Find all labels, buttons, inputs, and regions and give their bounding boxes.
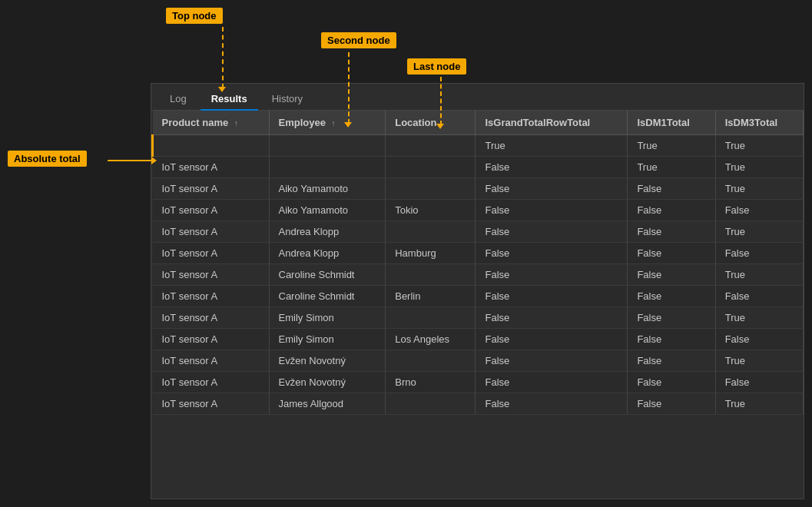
col-isdm1total[interactable]: IsDM1Total: [628, 111, 715, 135]
table-row: IoT sensor AAndrea KloppFalseFalseTrue: [153, 221, 804, 243]
table-container: Product name ↑ Employee ↑ Location IsGra…: [151, 111, 804, 498]
absolute-total-label: Absolute total: [8, 151, 87, 167]
sort-icon-employee: ↑: [332, 119, 336, 128]
table-row: IoT sensor AEmily SimonLos AngelesFalseF…: [153, 329, 804, 350]
col-employee[interactable]: Employee ↑: [269, 111, 386, 135]
table-row: IoT sensor AAiko YamamotoTokioFalseFalse…: [153, 200, 804, 221]
table-row: IoT sensor AEvžen NovotnýFalseFalseTrue: [153, 350, 804, 372]
col-isgrandtotal[interactable]: IsGrandTotalRowTotal: [476, 111, 628, 135]
col-location[interactable]: Location: [386, 111, 476, 135]
tab-history[interactable]: History: [261, 88, 313, 111]
absolute-total-arrow: [108, 160, 152, 161]
table-row: IoT sensor AEvžen NovotnýBrnoFalseFalseF…: [153, 372, 804, 393]
col-isdm3total[interactable]: IsDM3Total: [715, 111, 803, 135]
table-row: IoT sensor AAiko YamamotoFalseFalseTrue: [153, 178, 804, 200]
table-header-row: Product name ↑ Employee ↑ Location IsGra…: [153, 111, 804, 135]
second-node-label: Second node: [321, 32, 396, 48]
data-table: Product name ↑ Employee ↑ Location IsGra…: [151, 111, 804, 415]
main-panel: Log Results History Product name ↑ Emplo…: [151, 83, 804, 499]
last-node-label: Last node: [407, 58, 466, 75]
table-row: IoT sensor AAndrea KloppHamburgFalseFals…: [153, 243, 804, 264]
table-row: IoT sensor AJames AllgoodFalseFalseTrue: [153, 393, 804, 415]
tab-log[interactable]: Log: [159, 88, 197, 111]
tab-bar: Log Results History: [151, 84, 804, 111]
table-row: IoT sensor AFalseTrueTrue: [153, 157, 804, 178]
table-row: IoT sensor AEmily SimonFalseFalseTrue: [153, 307, 804, 329]
table-row: IoT sensor ACaroline SchmidtFalseFalseTr…: [153, 264, 804, 286]
col-product-name[interactable]: Product name ↑: [153, 111, 270, 135]
sort-icon-product: ↑: [234, 119, 238, 128]
table-row: IoT sensor ACaroline SchmidtBerlinFalseF…: [153, 286, 804, 307]
table-row: TrueTrueTrue: [153, 135, 804, 157]
top-node-label: Top node: [166, 8, 223, 24]
tab-results[interactable]: Results: [201, 88, 258, 111]
